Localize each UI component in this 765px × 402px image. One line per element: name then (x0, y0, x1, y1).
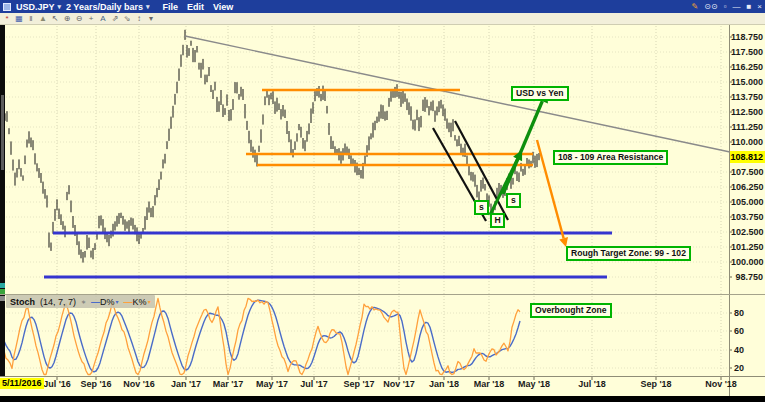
annotation-overbought-zone[interactable]: Overbought Zone (530, 303, 612, 318)
expand-icon[interactable]: ↕ (134, 14, 144, 24)
title-bar: USD.JPY ▾ 2 Years/Daily bars ▾ FileEditV… (0, 0, 765, 13)
drawing-toolbar: *▦‖▲↖⊕⊖+A⇗⇘↕▾ (0, 13, 765, 25)
time-axis-label: Nov '18 (699, 379, 743, 389)
stoch-axis-label: 80 (734, 308, 756, 318)
time-axis-label: Mar '18 (467, 379, 511, 389)
vertical-gridlines (57, 26, 721, 375)
minimize-icon[interactable]: — (732, 2, 740, 11)
grid-icon[interactable]: ▦ (14, 14, 24, 24)
price-axis-label: 105.000 (731, 197, 763, 207)
time-axis-label: Jul '18 (570, 379, 614, 389)
left-scroll-strip[interactable] (0, 25, 5, 376)
stoch-series-legend: —D%▾—K%▾ (91, 297, 151, 307)
price-axis-label: 117.500 (731, 47, 763, 57)
price-axis-label: 100.000 (731, 257, 763, 267)
time-axis-label: Nov '17 (377, 379, 421, 389)
price-axis-label: 115.000 (731, 77, 763, 87)
time-axis-label: Nov '16 (117, 379, 161, 389)
time-axis-border (0, 376, 765, 377)
legend-series-D[interactable]: —D%▾ (91, 297, 119, 307)
current-price-badge: 108.812 (730, 151, 765, 163)
menu-view[interactable]: View (213, 2, 233, 12)
legend-series-label: K% (133, 297, 147, 307)
start-date-badge: 5/11/2016 (0, 378, 44, 389)
time-axis-label: Jan '17 (164, 379, 208, 389)
window-bottom-edge (0, 396, 765, 402)
price-axis-border (729, 25, 730, 396)
price-axis-label: 110.000 (731, 137, 763, 147)
annotation-left-shoulder[interactable]: s (474, 200, 489, 215)
legend-dash-icon: — (124, 297, 132, 307)
scroll-thumb[interactable] (1, 95, 4, 170)
price-axis-label: 113.750 (731, 92, 763, 102)
price-axis-label: 106.250 (731, 182, 763, 192)
legend-dash-icon: — (91, 297, 99, 307)
strip-dot-gray (0, 296, 5, 301)
stoch-edit-icon[interactable]: ∗ (81, 298, 86, 305)
link-icon[interactable]: ⊙⊙ (704, 2, 717, 11)
time-axis-label: Jan '18 (422, 379, 466, 389)
price-axis-label: 111.250 (731, 122, 763, 132)
price-axis-label: 101.250 (731, 242, 763, 252)
annotation-area-resistance[interactable]: 108 - 109 Area Resistance (553, 150, 668, 165)
price-axis-label: 98.750 (731, 272, 763, 282)
menu-file[interactable]: File (162, 2, 178, 12)
zoom-in-icon[interactable]: ⊕ (62, 14, 72, 24)
time-axis-label: Mar '17 (206, 379, 250, 389)
annotation-right-shoulder[interactable]: s (506, 193, 521, 208)
trendline-down-icon[interactable]: ⇘ (122, 14, 132, 24)
edit-icon[interactable]: ✎ (692, 2, 699, 11)
close-icon[interactable]: × (757, 2, 762, 11)
stoch-axis-label: 60 (734, 326, 756, 336)
legend-series-caret: ▾ (116, 298, 119, 305)
stoch-legend: Stoch (14, 7, 7) ∗ —D%▾—K%▾ (6, 295, 155, 308)
tools-menu-icon[interactable]: ▾ (146, 14, 156, 24)
menu-edit[interactable]: Edit (187, 2, 204, 12)
price-axis-label: 102.500 (731, 227, 763, 237)
stoch-axis-label: 20 (734, 363, 756, 373)
time-axis-label: May '17 (250, 379, 294, 389)
trendline-up-icon[interactable]: ⇗ (110, 14, 120, 24)
app-icon (3, 3, 11, 11)
period-dropdown-caret[interactable]: ▾ (146, 3, 150, 11)
window-controls: ✎⊙⊙▫—■× (692, 2, 762, 11)
stoch-title: Stoch (10, 297, 35, 307)
price-axis-label: 107.500 (731, 167, 763, 177)
time-axis-label: Sep '17 (337, 379, 381, 389)
marker-icon[interactable]: * (2, 14, 12, 24)
stoch-k-line (0, 298, 520, 374)
zoom-out-icon[interactable]: ⊖ (74, 14, 84, 24)
legend-series-K[interactable]: —K%▾ (124, 297, 151, 307)
blue-support-lines[interactable] (44, 233, 612, 277)
price-axis-label: 118.750 (731, 32, 763, 42)
annotate-text-icon[interactable]: A (98, 14, 108, 24)
price-axis-label: 116.250 (731, 62, 763, 72)
chart-period[interactable]: 2 Years/Daily bars (66, 2, 143, 12)
menu-bar: FileEditView (162, 2, 233, 12)
cursor-icon[interactable]: ↖ (50, 14, 60, 24)
price-bars-series (3, 30, 539, 263)
symbol-dropdown-caret[interactable]: ▾ (58, 3, 62, 11)
time-axis-label: Jul '17 (292, 379, 336, 389)
crosshair-icon[interactable]: + (86, 14, 96, 24)
time-axis-label: May '18 (512, 379, 556, 389)
restore-icon[interactable]: ▫ (724, 2, 727, 11)
annotation-usd-vs-yen[interactable]: USD vs Yen (511, 86, 569, 101)
annotation-rough-target-zone[interactable]: Rough Target Zone: 99 - 102 (566, 246, 691, 261)
strip-dot-teal (0, 283, 5, 288)
maximize-icon[interactable]: ■ (746, 2, 751, 11)
time-axis-label: Sep '16 (74, 379, 118, 389)
stoch-axis-label: 40 (734, 345, 756, 355)
chart-plot (0, 0, 765, 402)
annotation-head[interactable]: H (490, 213, 505, 228)
chart-symbol[interactable]: USD.JPY (16, 2, 55, 12)
price-axis-label: 103.750 (731, 212, 763, 222)
bar-style-icon[interactable]: ‖ (26, 14, 36, 24)
price-axis-label: 112.500 (731, 107, 763, 117)
stoch-params[interactable]: (14, 7, 7) (40, 297, 76, 307)
legend-series-caret: ▾ (148, 298, 151, 305)
time-axis-label: Sep '18 (634, 379, 678, 389)
triangle-icon[interactable]: ▲ (38, 14, 48, 24)
legend-series-label: D% (100, 297, 115, 307)
trading-app-window: USD.JPY ▾ 2 Years/Daily bars ▾ FileEditV… (0, 0, 765, 402)
